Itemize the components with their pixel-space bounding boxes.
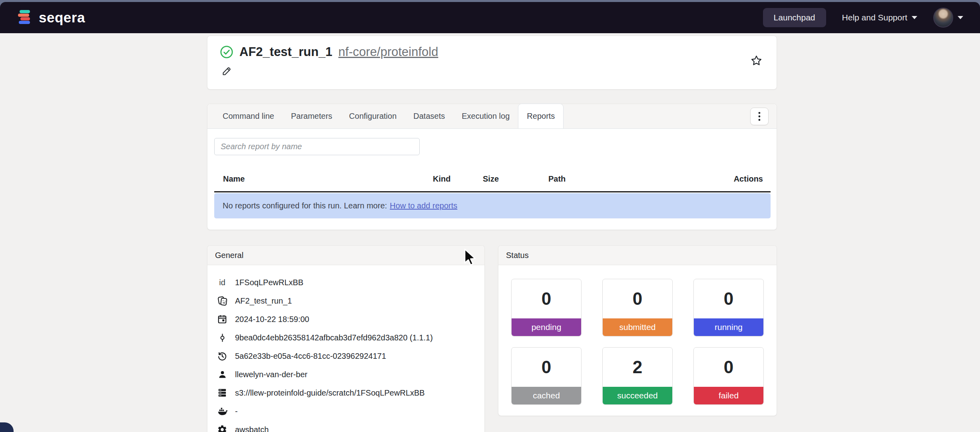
status-panel-header: Status xyxy=(498,246,777,265)
edit-run-button[interactable] xyxy=(221,66,232,78)
top-navbar: seqera Launchpad Help and Support xyxy=(0,2,980,33)
chevron-down-icon xyxy=(912,16,917,19)
run-options-button[interactable] xyxy=(750,108,769,125)
pencil-icon xyxy=(221,66,232,76)
user-icon xyxy=(216,370,228,380)
brand-wordmark: seqera xyxy=(39,10,85,26)
work-directory-icon xyxy=(216,388,228,398)
column-header-size: Size xyxy=(483,174,499,184)
favorite-star-button[interactable] xyxy=(750,54,763,68)
general-row-date: 2024-10-22 18:59:00 xyxy=(207,310,484,328)
tab-execution-log[interactable]: Execution log xyxy=(453,104,518,128)
general-row-executor: awsbatch xyxy=(207,420,484,432)
status-panel-title: Status xyxy=(506,251,529,260)
pipeline-link[interactable]: nf-core/proteinfold xyxy=(339,45,438,59)
cached-label: cached xyxy=(512,387,581,404)
tab-datasets[interactable]: Datasets xyxy=(405,104,453,128)
seqera-logo[interactable]: seqera xyxy=(17,9,85,26)
general-row-session: 5a62e33b-e05a-4cc6-81cc-023962924171 xyxy=(207,347,484,365)
tab-reports[interactable]: Reports xyxy=(518,104,564,128)
general-row-user: llewelyn-van-der-ber xyxy=(207,365,484,384)
kebab-menu-icon xyxy=(755,111,764,122)
status-card-succeeded: 2 succeeded xyxy=(602,347,673,405)
tab-parameters[interactable]: Parameters xyxy=(283,104,341,128)
page-background: AF2_test_run_1 nf-core/proteinfold Comma… xyxy=(0,33,980,432)
succeeded-count: 2 xyxy=(603,348,672,387)
calendar-icon xyxy=(216,314,228,324)
status-grid: 0 pending 0 submitted 0 running 0 cached… xyxy=(498,265,777,405)
container-value: - xyxy=(235,407,238,416)
column-header-actions: Actions xyxy=(734,174,763,184)
star-icon xyxy=(750,54,763,67)
general-row-workdir: s3://llew-proteinfold-guide/scratch/1FSo… xyxy=(207,384,484,402)
avatar[interactable] xyxy=(933,8,953,28)
cached-count: 0 xyxy=(512,348,581,387)
succeeded-label: succeeded xyxy=(603,387,672,404)
run-title-row: AF2_test_run_1 nf-core/proteinfold xyxy=(220,45,438,59)
general-row-run-name: AF2_test_run_1 xyxy=(207,292,484,310)
no-reports-text: No reports configured for this run. Lear… xyxy=(223,201,387,210)
session-history-icon xyxy=(216,351,228,361)
how-to-add-reports-link[interactable]: How to add reports xyxy=(390,201,457,210)
tab-command-line[interactable]: Command line xyxy=(214,104,283,128)
general-panel: General id 1FSoqLPewRLxBB xyxy=(207,245,485,432)
app-frame: seqera Launchpad Help and Support AF2_te xyxy=(0,0,980,432)
submitted-count: 0 xyxy=(603,279,672,318)
status-panel: Status 0 pending 0 submitted 0 running 0… xyxy=(498,245,777,416)
search-report-input[interactable] xyxy=(214,138,420,155)
running-count: 0 xyxy=(694,279,763,318)
help-and-support-menu[interactable]: Help and Support xyxy=(842,13,917,22)
run-title: AF2_test_run_1 xyxy=(239,45,333,59)
general-panel-title: General xyxy=(215,251,243,260)
reports-table-header: Name Kind Size Path Actions xyxy=(214,167,771,192)
username-value: llewelyn-van-der-ber xyxy=(235,370,307,379)
tab-bar: Command line Parameters Configuration Da… xyxy=(207,104,777,129)
launchpad-button[interactable]: Launchpad xyxy=(763,8,826,27)
tab-configuration[interactable]: Configuration xyxy=(341,104,405,128)
pending-count: 0 xyxy=(512,279,581,318)
status-card-pending: 0 pending xyxy=(511,279,582,336)
column-header-name: Name xyxy=(223,174,245,184)
session-id-value: 5a62e33b-e05a-4cc6-81cc-023962924171 xyxy=(235,352,386,361)
status-card-failed: 0 failed xyxy=(693,347,764,405)
general-rows: id 1FSoqLPewRLxBB AF2_test_run_1 xyxy=(207,265,484,432)
status-card-running: 0 running xyxy=(693,279,764,336)
run-name-masks-icon xyxy=(216,296,228,306)
general-row-container: - xyxy=(207,402,484,420)
submitted-label: submitted xyxy=(603,318,672,336)
git-commit-icon xyxy=(216,333,228,343)
status-card-submitted: 0 submitted xyxy=(602,279,673,336)
column-header-path: Path xyxy=(548,174,566,184)
launch-date-value: 2024-10-22 18:59:00 xyxy=(235,315,309,324)
success-check-circle-icon xyxy=(220,45,233,59)
container-icon xyxy=(216,406,228,417)
running-label: running xyxy=(694,318,763,336)
desktop-corner-accent xyxy=(0,422,14,432)
failed-label: failed xyxy=(694,387,763,404)
no-reports-banner: No reports configured for this run. Lear… xyxy=(214,193,771,218)
run-header-card: AF2_test_run_1 nf-core/proteinfold xyxy=(207,36,777,90)
chevron-down-icon xyxy=(958,16,963,19)
executor-value: awsbatch xyxy=(235,425,269,432)
run-name-value: AF2_test_run_1 xyxy=(235,296,292,306)
general-row-commit: 9bea0dc4ebb26358142afbcab3d7efd962d3a820… xyxy=(207,328,484,347)
status-card-cached: 0 cached xyxy=(511,347,582,405)
executor-icon xyxy=(216,424,228,432)
run-id-value: 1FSoqLPewRLxBB xyxy=(235,278,303,287)
help-and-support-label: Help and Support xyxy=(842,13,907,22)
run-detail-card: Command line Parameters Configuration Da… xyxy=(207,104,777,230)
user-menu[interactable] xyxy=(933,8,963,28)
general-row-id: id 1FSoqLPewRLxBB xyxy=(207,273,484,292)
id-label: id xyxy=(216,278,228,287)
failed-count: 0 xyxy=(694,348,763,387)
navbar-right: Launchpad Help and Support xyxy=(763,8,963,28)
seqera-logo-icon xyxy=(17,9,33,26)
commit-id-value: 9bea0dc4ebb26358142afbcab3d7efd962d3a820… xyxy=(235,333,433,342)
work-directory-value: s3://llew-proteinfold-guide/scratch/1FSo… xyxy=(235,388,425,398)
pending-label: pending xyxy=(512,318,581,336)
general-panel-header: General xyxy=(207,246,484,265)
column-header-kind: Kind xyxy=(433,174,450,184)
